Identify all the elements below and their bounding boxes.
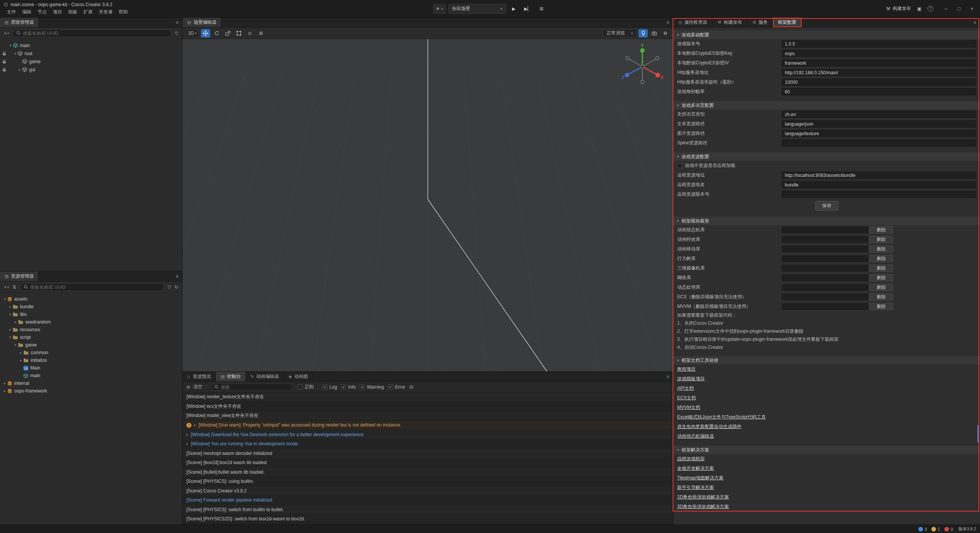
scene-panel-tab[interactable]: ▤ 场景编辑器 xyxy=(183,18,221,27)
caret-icon[interactable]: ▸ xyxy=(8,328,13,332)
tree-node-main[interactable]: ▾main xyxy=(0,41,182,49)
log-row[interactable]: [Scene] [PHYSICS]: using builtin. xyxy=(183,477,673,487)
refresh-icon[interactable]: ↻ xyxy=(175,284,178,290)
console-search[interactable] xyxy=(211,383,293,391)
checkbox[interactable] xyxy=(677,163,682,168)
doc-link[interactable]: 3D角色扮演游戏解决方案 xyxy=(677,504,729,510)
menu-item[interactable]: 编辑 xyxy=(19,9,34,15)
mode-3d-toggle[interactable]: 3D ▾ xyxy=(186,29,199,38)
save-button[interactable]: 保存 xyxy=(815,201,838,211)
tree-node-internal[interactable]: ▸internal xyxy=(0,379,182,387)
filter-warning[interactable]: ✓Warning xyxy=(360,384,384,390)
field-input[interactable]: framework xyxy=(782,59,976,67)
sort-icon[interactable]: ⇅ xyxy=(13,284,16,290)
tree-node-gui[interactable]: ▸gui xyxy=(0,65,182,74)
clear-console-button[interactable]: ⊘ 清空 xyxy=(186,384,202,390)
filter-icon[interactable]: ▽ xyxy=(175,31,178,36)
caret-icon[interactable]: ▸ xyxy=(17,68,22,72)
caret-icon[interactable]: ▾ xyxy=(13,343,18,347)
panel-menu-icon[interactable]: ≡ xyxy=(970,18,980,27)
warning-count[interactable]: 1 xyxy=(931,527,940,531)
log-row[interactable]: [Scene] meshopt wasm decoder initialized xyxy=(183,449,673,458)
tab-console[interactable]: ▤控制台 xyxy=(216,372,245,381)
add-node-button[interactable]: +▾ xyxy=(4,31,9,36)
filter-error[interactable]: ✓Error xyxy=(388,384,405,390)
scene-light-toggle[interactable] xyxy=(639,29,648,38)
log-row[interactable]: [Scene] [PHYSICS]: switch from builtin t… xyxy=(183,505,673,515)
log-row[interactable]: [Window] render_texture文件夹不存在 xyxy=(183,392,673,402)
section-header[interactable]: ▾框架解决方案 xyxy=(673,446,980,454)
lock-icon[interactable] xyxy=(2,67,8,72)
field-input[interactable]: http://localhost:8083/assets/bundle xyxy=(782,172,976,179)
console-search-input[interactable] xyxy=(220,384,290,390)
play-button[interactable]: ▶ xyxy=(508,4,519,14)
tab-animation-editor[interactable]: ✎动画编辑器 xyxy=(246,372,284,381)
caret-icon[interactable]: ▸ xyxy=(18,358,23,362)
assets-search[interactable] xyxy=(20,283,164,291)
delete-module-button[interactable]: 删除 xyxy=(869,245,893,253)
filter-icon[interactable]: ▽ xyxy=(168,284,171,290)
tree-node-bundle[interactable]: ▸bundle xyxy=(0,303,182,311)
field-input[interactable]: http://192.168.0.150/main/ xyxy=(782,69,976,76)
field-input[interactable]: 1.0.5 xyxy=(782,40,976,47)
tab-framework-config[interactable]: 框架配置 xyxy=(773,18,802,27)
preview-target-button[interactable]: ✈ ▾ xyxy=(433,4,446,14)
field-input[interactable]: 10000 xyxy=(782,78,976,86)
caret-icon[interactable]: ▸ xyxy=(8,305,13,309)
scale-tool-button[interactable] xyxy=(223,29,232,38)
tab-service[interactable]: ⚙服务 xyxy=(747,18,773,27)
delete-module-button[interactable]: 删除 xyxy=(869,255,893,262)
log-row[interactable]: [Window] ecs文件夹不存在 xyxy=(183,402,673,412)
tree-node-seedrandom[interactable]: ▸seedrandom xyxy=(0,318,182,326)
field-input[interactable]: language/texture xyxy=(782,130,976,137)
delete-module-button[interactable]: 删除 xyxy=(869,284,893,291)
panel-menu-icon[interactable]: ≡ xyxy=(663,18,673,27)
filter-info[interactable]: ✓Info xyxy=(341,384,356,390)
delete-module-button[interactable]: 删除 xyxy=(869,226,893,234)
menu-item[interactable]: 开发者 xyxy=(96,9,116,15)
menu-item[interactable]: 面板 xyxy=(65,9,80,15)
help-icon[interactable]: ? xyxy=(928,6,933,11)
log-row[interactable]: [Scene] [PHYSICS2D]: switch from box2d-w… xyxy=(183,515,673,524)
tree-node-initialize[interactable]: ▸initialize xyxy=(0,356,182,364)
doc-link[interactable]: 全栈开发解决方案 xyxy=(677,465,714,472)
expand-caret-icon[interactable]: ▸ xyxy=(186,442,188,446)
step-button[interactable]: ▶▏ xyxy=(521,4,534,14)
menu-item[interactable]: 扩展 xyxy=(80,9,96,15)
lock-icon[interactable] xyxy=(2,59,8,64)
field-input[interactable]: oops xyxy=(782,50,976,57)
view-mode-dropdown[interactable]: 正常浏览 ▾ xyxy=(603,29,637,38)
doc-link[interactable]: 游戏模板项目 xyxy=(677,376,705,382)
tree-node-root[interactable]: ▾root xyxy=(0,49,182,57)
tree-node-game[interactable]: game xyxy=(0,57,182,65)
doc-link[interactable]: 教程项目 xyxy=(677,366,696,373)
section-header[interactable]: ▾游戏资源配置 xyxy=(673,152,980,161)
move-tool-button[interactable] xyxy=(201,29,210,38)
caret-icon[interactable]: ▾ xyxy=(2,297,7,301)
tree-node-game[interactable]: ▾game xyxy=(0,341,182,349)
doc-link[interactable]: API文档 xyxy=(677,385,694,392)
expand-caret-icon[interactable]: ▸ xyxy=(194,423,196,427)
panel-menu-icon[interactable]: ≡ xyxy=(172,18,182,27)
doc-link[interactable]: 原生包热更新配置自动生成插件 xyxy=(677,423,742,430)
package-icon[interactable]: ▣ xyxy=(917,6,921,11)
log-row[interactable]: ▸[Window] Download the Vue Devtools exte… xyxy=(183,430,673,440)
tree-node-oops-framework[interactable]: ▸oops-framework xyxy=(0,387,182,395)
doc-link[interactable]: 2D角色扮演游戏解决方案 xyxy=(677,494,729,500)
menu-item[interactable]: 节点 xyxy=(34,9,50,15)
delete-module-button[interactable]: 删除 xyxy=(869,293,893,301)
doc-link[interactable]: 战棋游戏框架 xyxy=(677,456,705,462)
log-row[interactable]: ▸[Window] You are running Vue in develop… xyxy=(183,440,673,449)
scene-selector-dropdown[interactable]: 当前场景 ▾ xyxy=(448,4,506,14)
rect-tool-button[interactable] xyxy=(234,29,243,38)
field-input[interactable]: bundle xyxy=(782,181,976,188)
doc-link[interactable]: MVVM文档 xyxy=(677,404,700,411)
lock-icon[interactable] xyxy=(2,51,8,56)
hierarchy-search[interactable] xyxy=(13,29,172,37)
field-input[interactable] xyxy=(782,191,976,198)
delete-module-button[interactable]: 删除 xyxy=(869,265,893,272)
caret-icon[interactable]: ▸ xyxy=(2,381,7,385)
scene-viewport[interactable]: Y X Z xyxy=(183,39,673,371)
log-row[interactable]: !▸[Window] [Vue warn]: Property "onInput… xyxy=(183,421,673,430)
delete-module-button[interactable]: 删除 xyxy=(869,303,893,310)
